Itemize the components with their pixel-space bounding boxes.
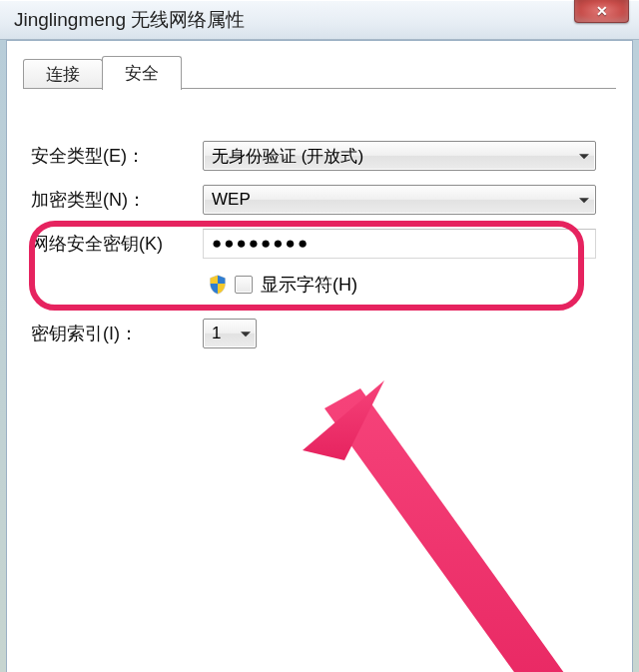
dropdown-security-type[interactable]: 无身份验证 (开放式) bbox=[203, 141, 596, 171]
tab-label: 安全 bbox=[125, 62, 159, 85]
row-security-type: 安全类型(E)： 无身份验证 (开放式) bbox=[23, 141, 616, 171]
row-key-index: 密钥索引(I)： 1 bbox=[23, 319, 616, 348]
row-network-key: 网络安全密钥(K) ●●●●●●●● bbox=[23, 229, 616, 259]
dialog-body: 连接 安全 安全类型(E)： 无身份验证 (开放式) 加密类型(N)： WEP bbox=[6, 40, 633, 672]
dropdown-value: 无身份验证 (开放式) bbox=[212, 145, 363, 168]
dropdown-value: 1 bbox=[212, 324, 221, 343]
row-show-characters: 显示字符(H) bbox=[23, 273, 616, 297]
titlebar: Jinglingmeng 无线网络属性 ✕ bbox=[0, 0, 639, 40]
label-key-index: 密钥索引(I)： bbox=[23, 322, 203, 345]
annotation-arrow bbox=[303, 380, 622, 672]
row-encryption-type: 加密类型(N)： WEP bbox=[23, 185, 616, 215]
label-encryption-type: 加密类型(N)： bbox=[23, 188, 203, 212]
svg-marker-0 bbox=[324, 388, 602, 672]
uac-shield-icon bbox=[207, 274, 229, 296]
label-show-characters: 显示字符(H) bbox=[261, 273, 357, 297]
svg-marker-1 bbox=[303, 380, 384, 460]
checkbox-show-characters[interactable] bbox=[235, 276, 253, 294]
chevron-down-icon bbox=[241, 332, 251, 336]
dropdown-encryption-type[interactable]: WEP bbox=[203, 185, 596, 215]
label-network-key: 网络安全密钥(K) bbox=[23, 232, 203, 256]
tab-label: 连接 bbox=[46, 63, 80, 86]
tab-connection[interactable]: 连接 bbox=[23, 59, 103, 89]
chevron-down-icon bbox=[579, 154, 589, 159]
close-button[interactable]: ✕ bbox=[574, 0, 629, 23]
dropdown-value: WEP bbox=[212, 190, 251, 210]
tab-content-security: 安全类型(E)： 无身份验证 (开放式) 加密类型(N)： WEP 网络安全密钥… bbox=[23, 101, 616, 672]
close-icon: ✕ bbox=[596, 4, 608, 18]
label-security-type: 安全类型(E)： bbox=[23, 144, 203, 168]
input-network-key[interactable]: ●●●●●●●● bbox=[203, 229, 596, 259]
network-key-value: ●●●●●●●● bbox=[212, 234, 310, 254]
window-title: Jinglingmeng 无线网络属性 bbox=[14, 7, 245, 33]
tab-strip: 连接 安全 bbox=[23, 55, 181, 89]
dropdown-key-index[interactable]: 1 bbox=[203, 319, 257, 348]
chevron-down-icon bbox=[579, 198, 589, 203]
tab-security[interactable]: 安全 bbox=[102, 56, 182, 90]
